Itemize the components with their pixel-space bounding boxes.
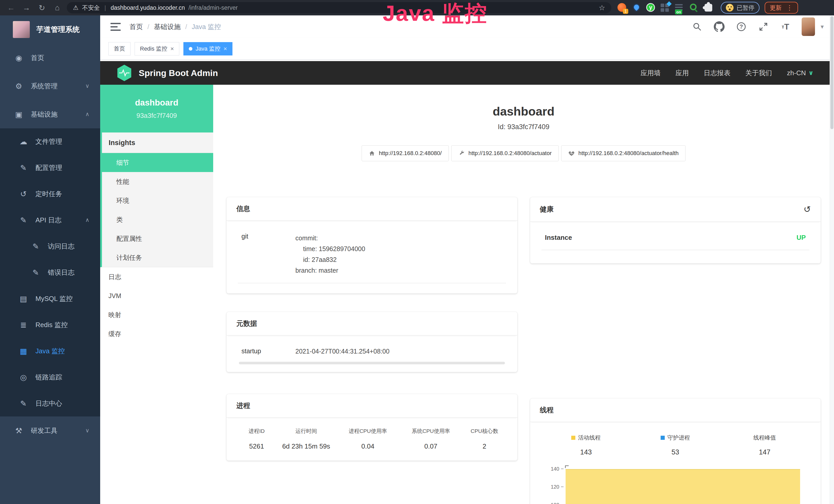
list-extension-icon[interactable]: on [675,3,684,12]
grid-extension-icon[interactable] [661,3,670,12]
page: 芋道管理系统 ◉ 首页 ⚙ 系统管理 ∨ ▣ 基础设施 ∧ ☁ 文件管理 ✎ 配… [0,16,834,504]
sidebar-item-config[interactable]: ✎ 配置管理 [0,155,100,181]
sidebar-item-trace[interactable]: ◎ 链路追踪 [0,364,100,390]
service-url-button[interactable]: http://192.168.0.2:48080/ [361,145,449,161]
axis-corner [565,465,569,468]
sba-item-config-props[interactable]: 配置属性 [102,229,213,248]
app-logo[interactable]: 芋道管理系统 [0,16,100,44]
sba-instance-header[interactable]: dashboard 93a3fc7f7409 [100,85,213,133]
table-row: git commit: time: 1596289704000 id: 27aa… [238,233,506,283]
sidebar-item-api-log[interactable]: ✎ API 日志 ∧ [0,207,100,233]
sidebar-item-mysql[interactable]: ▤ MySQL 监控 [0,285,100,312]
update-button[interactable]: 更新 ⋮ [765,2,798,14]
font-size-icon[interactable]: тT [780,21,791,32]
health-card: 健康 ↺ Instance UP [530,197,821,264]
extensions-puzzle-icon[interactable] [704,3,713,12]
gauge-icon: ◉ [13,53,24,62]
cards-grid: 信息 git commit: time: 1596289704000 id: 2… [226,197,821,504]
cloud-icon: ☁ [18,137,29,146]
language-selector[interactable]: zh-CN ∨ [787,69,813,77]
y-tick-140: 140 [542,466,559,472]
sidebar-item-home[interactable]: ◉ 首页 [0,44,100,72]
actuator-url-button[interactable]: http://192.168.0.2:48080/actuator [451,145,559,161]
bookmark-star-icon[interactable]: ☆ [599,4,605,12]
fullscreen-icon[interactable] [758,21,769,32]
close-icon[interactable]: × [223,45,227,52]
horizontal-scrollbar[interactable] [239,362,505,364]
paused-profile-badge[interactable]: 已暂停 [721,2,760,14]
sba-item-caches[interactable]: 缓存 [100,324,213,343]
page-scrollbar[interactable] [830,16,834,504]
health-url-button[interactable]: http://192.168.0.2:48080/actuator/health [561,145,685,161]
search-extension-icon[interactable] [689,3,699,12]
sidebar-item-access-log[interactable]: ✎ 访问日志 [0,233,100,259]
sidebar-item-system[interactable]: ⚙ 系统管理 ∨ [0,72,100,100]
sba-nav-about[interactable]: 关于我们 [745,69,772,77]
y-extension-icon[interactable]: y [646,3,656,12]
close-icon[interactable]: × [170,45,174,52]
sidebar-item-java[interactable]: ▦ Java 监控 [0,338,100,364]
refresh-extension-icon[interactable]: 1 [617,3,627,12]
legend-peak-threads: 线程峰值 147 [720,434,809,456]
tag-redis[interactable]: Redis 监控 × [135,42,179,55]
forward-icon[interactable]: → [21,3,32,12]
sidebar-item-files[interactable]: ☁ 文件管理 [0,129,100,155]
kebab-menu-icon[interactable]: ⋮ [786,4,793,12]
sba-item-scheduled-tasks[interactable]: 计划任务 [102,248,213,267]
home-icon [369,150,375,157]
reload-icon[interactable]: ↻ [36,3,48,12]
pin-extension-icon[interactable] [632,3,641,12]
y-tick-100: 100 [542,502,559,504]
sidebar-item-dev-tools[interactable]: ⚒ 研发工具 ∨ [0,416,100,445]
sba-item-details[interactable]: 细节 [102,153,213,172]
page-id-line: Id: 93a3fc7f7409 [498,123,549,131]
search-icon[interactable] [691,21,703,32]
url-path: /infra/admin-server [189,4,238,11]
sba-item-logs[interactable]: 日志 [100,267,213,286]
threads-legend: 活动线程 143 守护进程 [542,434,810,456]
history-icon[interactable]: ↺ [804,204,811,214]
help-icon[interactable]: ? [736,21,747,32]
instance-name: dashboard [135,98,178,108]
github-icon[interactable] [713,21,725,32]
address-bar[interactable]: ⚠ 不安全 | dashboard.yudao.iocoder.cn /infr… [67,2,611,13]
sba-nav-applications[interactable]: 应用 [676,69,689,77]
sba-item-jvm[interactable]: JVM [100,286,213,305]
sba-item-environment[interactable]: 环境 [102,191,213,210]
logo-avatar [13,21,30,38]
tag-home[interactable]: 首页 [108,42,130,55]
sba-body: dashboard 93a3fc7f7409 Insights 细节 性能 环境… [100,85,834,504]
metadata-row-label: startup [241,347,295,355]
tags-bar: 首页 Redis 监控 × Java 监控 × [100,38,834,60]
back-icon[interactable]: ← [5,3,17,12]
update-label: 更新 [770,4,782,12]
threads-chart: 140 120 100 [542,465,810,504]
caret-down-icon[interactable]: ▾ [821,23,824,30]
user-avatar[interactable] [802,18,815,36]
breadcrumb-infra[interactable]: 基础设施 [154,22,180,31]
breadcrumb-current: Java 监控 [192,22,221,31]
sidebar-item-error-log[interactable]: ✎ 错误日志 [0,259,100,285]
warning-icon: ⚠ [73,4,79,11]
scrollbar-thumb[interactable] [830,16,833,129]
security-label: 不安全 [82,4,100,12]
sidebar-item-infra[interactable]: ▣ 基础设施 ∧ [0,100,100,129]
sba-nav-journal[interactable]: 日志报表 [704,69,730,77]
sba-item-metrics[interactable]: 性能 [102,172,213,191]
chevron-up-icon: ∧ [85,217,89,223]
sba-item-classes[interactable]: 类 [102,210,213,229]
heartbeat-icon [568,150,575,157]
tag-java[interactable]: Java 监控 × [183,42,233,55]
instance-id: 93a3fc7f7409 [136,112,177,120]
sba-nav-wallboard[interactable]: 应用墙 [641,69,661,77]
metadata-card: 元数据 startup 2021-04-27T00:44:31.254+08:0… [226,312,517,372]
home-icon[interactable]: ⌂ [51,3,63,12]
sidebar-item-jobs[interactable]: ↺ 定时任务 [0,181,100,207]
breadcrumb-home[interactable]: 首页 [129,22,143,31]
sidebar-item-redis[interactable]: ≣ Redis 监控 [0,312,100,338]
hamburger-icon[interactable] [110,23,121,31]
sidebar-item-log-center[interactable]: ✎ 日志中心 [0,390,100,416]
sba-item-mappings[interactable]: 映射 [100,305,213,324]
metadata-row-value: 2021-04-27T00:44:31.254+08:00 [295,347,502,355]
cards-right-column: 健康 ↺ Instance UP [530,197,821,504]
